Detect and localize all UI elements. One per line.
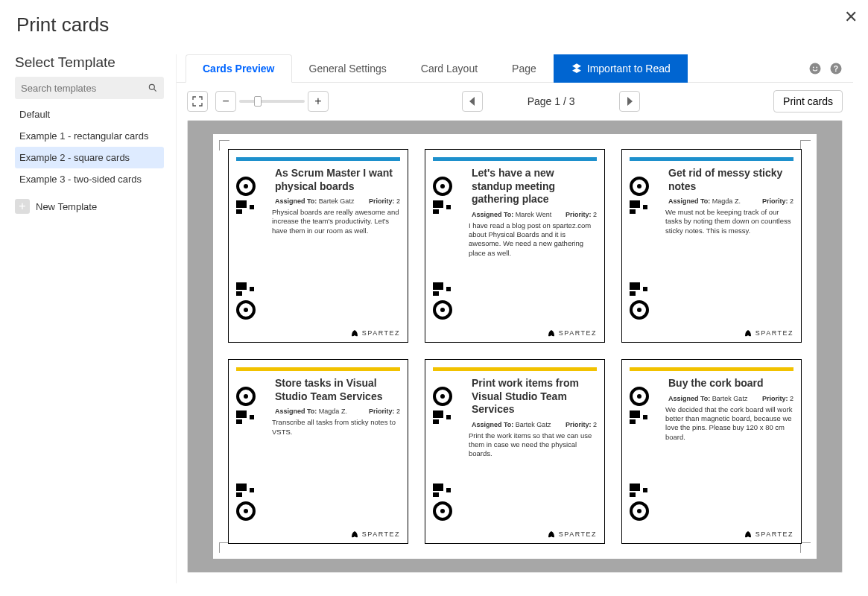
brand-label: SPARTEZ xyxy=(755,530,793,538)
brand-label: SPARTEZ xyxy=(362,530,400,538)
crop-mark xyxy=(800,542,811,553)
svg-rect-45 xyxy=(236,492,242,497)
assigned-label: Assigned To: xyxy=(668,395,710,402)
card-assignee: Bartek Gatz xyxy=(516,421,551,428)
svg-rect-16 xyxy=(250,287,254,291)
template-item[interactable]: Default xyxy=(15,104,164,125)
card-stripe xyxy=(630,367,793,371)
svg-rect-44 xyxy=(236,484,247,491)
svg-rect-51 xyxy=(433,410,443,418)
brand-footer: SPARTEZ xyxy=(622,530,801,539)
svg-rect-55 xyxy=(433,492,439,497)
tab-general-settings[interactable]: General Settings xyxy=(292,54,404,83)
qr-glyph-column xyxy=(236,177,269,320)
card-assignee: Magda Z. xyxy=(319,408,347,415)
svg-rect-34 xyxy=(630,282,640,290)
slider-handle[interactable] xyxy=(254,96,262,107)
svg-point-18 xyxy=(244,308,248,312)
preview-card: As Scrum Master I want physical boardsAs… xyxy=(228,149,408,343)
search-input[interactable] xyxy=(21,83,148,94)
card-stripe xyxy=(433,157,597,161)
brand-footer: SPARTEZ xyxy=(229,329,408,337)
chevron-left-icon xyxy=(469,97,476,106)
card-priority: 2 xyxy=(396,197,400,205)
chevron-right-icon xyxy=(626,97,633,106)
tab-page[interactable]: Page xyxy=(495,54,554,83)
svg-rect-56 xyxy=(446,488,451,492)
template-item[interactable]: Example 2 - square cards xyxy=(15,147,164,168)
assigned-label: Assigned To: xyxy=(668,197,710,205)
svg-point-48 xyxy=(244,509,248,513)
svg-rect-43 xyxy=(250,415,254,419)
sidebar: Select Template DefaultExample 1 - recta… xyxy=(15,54,164,583)
close-icon[interactable]: ✕ xyxy=(844,7,858,27)
fullscreen-button[interactable] xyxy=(187,91,208,112)
svg-point-60 xyxy=(637,394,642,399)
svg-point-68 xyxy=(637,509,642,513)
priority-label: Priority: xyxy=(369,408,395,415)
assigned-label: Assigned To: xyxy=(472,211,513,218)
preview-card: Print work items from Visual Studio Team… xyxy=(425,359,605,544)
zoom-slider[interactable] xyxy=(239,100,305,103)
zoom-out-button[interactable]: − xyxy=(215,91,236,112)
next-page-button[interactable] xyxy=(619,91,640,112)
card-assignee: Magda Z. xyxy=(712,197,741,205)
tab-important-to-read[interactable]: Important to Read xyxy=(554,54,688,83)
plus-icon: + xyxy=(15,199,30,214)
svg-rect-23 xyxy=(446,205,451,209)
tab-card-layout[interactable]: Card Layout xyxy=(404,54,495,83)
card-priority: 2 xyxy=(593,211,597,218)
qr-glyph-column xyxy=(236,387,269,521)
svg-point-4 xyxy=(816,66,817,68)
zoom-in-button[interactable]: + xyxy=(308,91,329,112)
help-icon[interactable]: ? xyxy=(829,62,843,75)
svg-rect-22 xyxy=(433,209,439,214)
preview-card: Let's have a new standup meeting gatheri… xyxy=(425,149,605,343)
svg-rect-33 xyxy=(643,205,647,209)
card-title: Buy the cork board xyxy=(668,377,793,390)
preview-page: As Scrum Master I want physical boardsAs… xyxy=(213,134,817,559)
spartez-icon xyxy=(547,329,556,337)
spartez-icon xyxy=(744,329,753,337)
assigned-label: Assigned To: xyxy=(275,197,317,205)
priority-label: Priority: xyxy=(762,197,788,205)
spartez-icon xyxy=(744,530,753,539)
svg-point-10 xyxy=(244,184,248,188)
smiley-icon[interactable] xyxy=(808,62,822,75)
new-template-button[interactable]: + New Template xyxy=(15,199,164,214)
svg-line-1 xyxy=(153,89,156,91)
svg-point-30 xyxy=(637,184,642,188)
priority-label: Priority: xyxy=(566,421,592,428)
preview-card: Buy the cork boardAssigned To: Bartek Ga… xyxy=(621,359,802,544)
card-priority: 2 xyxy=(790,197,793,205)
card-stripe xyxy=(236,157,400,161)
svg-rect-25 xyxy=(433,291,439,296)
minus-icon: − xyxy=(222,95,229,108)
page-indicator: Page 1 / 3 xyxy=(528,95,575,107)
fullscreen-icon xyxy=(191,95,203,107)
brand-label: SPARTEZ xyxy=(559,530,597,538)
qr-glyph-column xyxy=(630,177,662,320)
svg-point-50 xyxy=(440,394,445,399)
svg-rect-12 xyxy=(236,209,242,214)
svg-rect-35 xyxy=(630,291,636,296)
brand-footer: SPARTEZ xyxy=(425,530,604,539)
preview-card: Store tasks in Visual Studio Team Servic… xyxy=(228,359,408,544)
prev-page-button[interactable] xyxy=(462,91,483,112)
template-item[interactable]: Example 3 - two-sided cards xyxy=(15,168,164,190)
assigned-label: Assigned To: xyxy=(472,421,513,428)
priority-label: Priority: xyxy=(566,211,592,218)
qr-glyph-column xyxy=(630,387,662,521)
brand-label: SPARTEZ xyxy=(362,329,400,337)
svg-rect-14 xyxy=(236,282,247,290)
svg-rect-13 xyxy=(250,205,254,209)
search-icon xyxy=(148,83,158,93)
crop-mark xyxy=(219,542,229,553)
svg-rect-66 xyxy=(643,488,647,492)
assigned-label: Assigned To: xyxy=(275,408,317,415)
print-cards-button[interactable]: Print cards xyxy=(773,90,843,112)
search-input-wrap[interactable] xyxy=(15,77,164,99)
tab-cards-preview[interactable]: Cards Preview xyxy=(186,54,292,83)
spartez-icon xyxy=(350,329,359,337)
template-item[interactable]: Example 1 - rectangular cards xyxy=(15,125,164,147)
